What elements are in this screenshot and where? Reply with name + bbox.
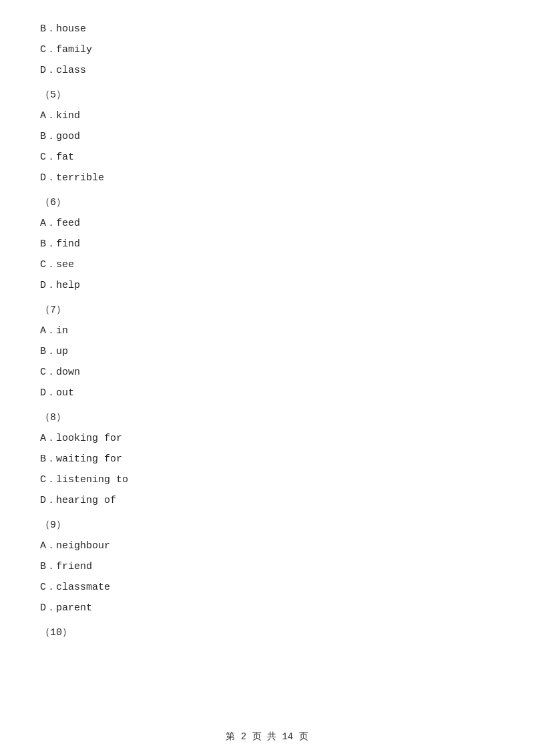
b-find-text: B．find (40, 238, 80, 250)
a-feed-text: A．feed (40, 218, 80, 229)
q5-label: （5） (40, 86, 494, 104)
q9-label: （9） (40, 516, 494, 534)
page-footer: 第 2 页 共 14 页 (0, 731, 534, 743)
b-good-text: B．good (40, 131, 80, 142)
d-parent-text: D．parent (40, 602, 92, 614)
c-fat-text: C．fat (40, 152, 74, 163)
d-hearing-of-option: D．hearing of (40, 492, 494, 510)
b-up-option: B．up (40, 343, 494, 361)
q9-text: （9） (40, 520, 66, 531)
a-in-option: A．in (40, 322, 494, 340)
d-terrible-option: D．terrible (40, 169, 494, 187)
b-waiting-for-text: B．waiting for (40, 453, 122, 465)
d-out-option: D．out (40, 384, 494, 402)
d-class-text: D．class (40, 65, 86, 76)
q8-text: （8） (40, 412, 66, 423)
d-help-option: D．help (40, 276, 494, 295)
q6-label: （6） (40, 194, 494, 212)
c-see-text: C．see (40, 259, 74, 270)
a-kind-text: A．kind (40, 110, 80, 122)
q7-label: （7） (40, 301, 494, 319)
b-waiting-for-option: B．waiting for (40, 450, 494, 468)
d-out-text: D．out (40, 387, 74, 399)
d-help-text: D．help (40, 280, 80, 291)
c-listening-to-option: C．listening to (40, 471, 494, 489)
q10-text: （10） (40, 627, 72, 638)
a-kind-option: A．kind (40, 107, 494, 125)
c-fat-option: C．fat (40, 148, 494, 166)
main-content: B．house C．family D．class （5） A．kind B．go… (0, 0, 534, 685)
q7-text: （7） (40, 305, 66, 316)
q10-label: （10） (40, 624, 494, 642)
c-down-text: C．down (40, 367, 80, 378)
b-find-option: B．find (40, 235, 494, 253)
b-up-text: B．up (40, 346, 68, 357)
a-neighbour-option: A．neighbour (40, 537, 494, 555)
c-family-option: C．family (40, 41, 494, 59)
c-see-option: C．see (40, 256, 494, 274)
a-looking-for-text: A．looking for (40, 433, 122, 444)
d-class-option: D．class (40, 61, 494, 79)
d-hearing-of-text: D．hearing of (40, 495, 116, 506)
c-listening-to-text: C．listening to (40, 474, 128, 486)
a-feed-option: A．feed (40, 214, 494, 232)
q6-text: （6） (40, 197, 66, 208)
d-terrible-text: D．terrible (40, 172, 104, 184)
b-house-option: B．house (40, 20, 494, 38)
page-number: 第 2 页 共 14 页 (226, 731, 308, 742)
b-house-text: B．house (40, 23, 86, 35)
q5-text: （5） (40, 89, 66, 101)
a-in-text: A．in (40, 325, 68, 337)
c-down-option: C．down (40, 363, 494, 381)
d-parent-option: D．parent (40, 599, 494, 617)
b-friend-option: B．friend (40, 558, 494, 576)
a-looking-for-option: A．looking for (40, 429, 494, 447)
c-family-text: C．family (40, 44, 92, 55)
q8-label: （8） (40, 409, 494, 427)
c-classmate-text: C．classmate (40, 582, 110, 593)
b-friend-text: B．friend (40, 561, 92, 572)
a-neighbour-text: A．neighbour (40, 540, 110, 552)
c-classmate-option: C．classmate (40, 578, 494, 596)
b-good-option: B．good (40, 128, 494, 146)
